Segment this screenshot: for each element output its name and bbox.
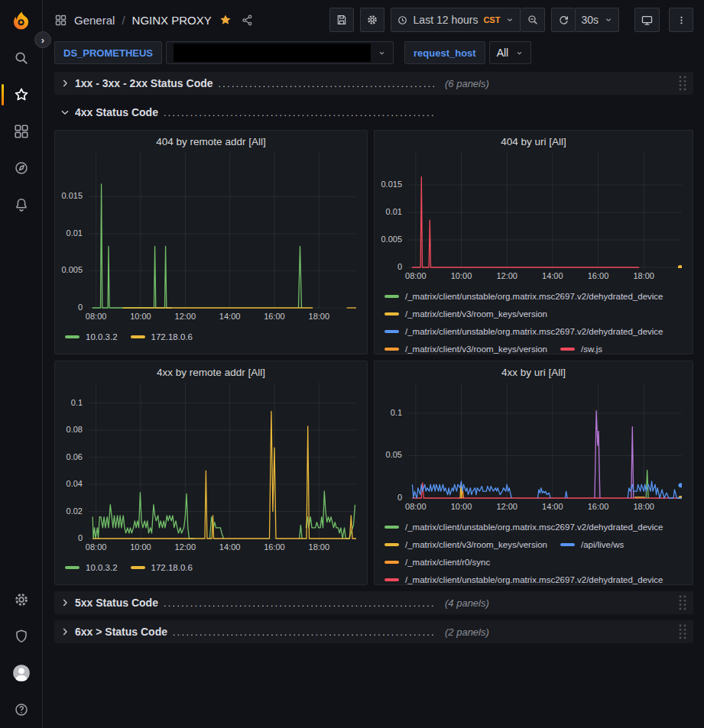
- dashboard-menu-button[interactable]: [669, 8, 693, 32]
- avatar: [11, 663, 31, 683]
- drag-handle-icon[interactable]: [677, 594, 688, 611]
- clock-icon: [397, 15, 408, 26]
- sidebar-item-configuration[interactable]: [0, 581, 43, 618]
- legend-item[interactable]: /_matrix/client/v3/room_keys/version: [384, 305, 547, 322]
- legend-item[interactable]: /_matrix/client/r0/sync: [384, 553, 490, 571]
- x-tick-label: 18:00: [302, 542, 336, 552]
- panel-404-by-uri: 404 by uri [All] 00.0050.010.015 08:0010…: [374, 130, 693, 354]
- panel-4xx-by-uri: 4xx by uri [All] 00.050.1 08:0010:0012:0…: [374, 361, 693, 585]
- star-icon[interactable]: [219, 13, 232, 27]
- variable-value-ds-prometheus[interactable]: [166, 41, 394, 64]
- chart-legend: 10.0.3.2172.18.0.6: [55, 324, 367, 345]
- drag-handle-icon[interactable]: [677, 75, 688, 92]
- variable-label-request-host[interactable]: request_host: [404, 41, 485, 64]
- apps-icon: [13, 123, 30, 140]
- legend-swatch: [131, 335, 145, 338]
- chart-canvas[interactable]: [89, 152, 356, 309]
- legend-item[interactable]: 172.18.0.6: [131, 328, 193, 345]
- dotted-leader: ........................................…: [219, 79, 436, 89]
- variable-label-ds-prometheus[interactable]: DS_PROMETHEUS: [54, 41, 162, 64]
- breadcrumb-section[interactable]: General: [74, 14, 115, 27]
- row-4xx-status-code[interactable]: 4xx Status Code ........................…: [54, 101, 693, 124]
- sidebar-item-dashboards[interactable]: [0, 113, 43, 150]
- legend-item[interactable]: 10.0.3.2: [65, 558, 118, 576]
- page-title[interactable]: NGINX PROXY: [132, 14, 212, 27]
- panel-row-404: 404 by remote addr [All] 00.0050.010.015…: [54, 130, 693, 354]
- variable-value-request-host[interactable]: All: [489, 41, 532, 64]
- sidebar: [0, 0, 43, 728]
- drag-handle-icon[interactable]: [677, 623, 688, 640]
- legend-swatch: [65, 566, 79, 569]
- chart-plot-area[interactable]: [89, 152, 356, 309]
- chart-plot-area[interactable]: [408, 152, 682, 268]
- panel-title[interactable]: 4xx by remote addr [All]: [55, 361, 367, 383]
- sidebar-expand-button[interactable]: ›: [34, 31, 51, 48]
- apps-icon: [54, 14, 67, 27]
- sidebar-item-alerting[interactable]: [0, 186, 43, 223]
- legend-item[interactable]: /sw.js: [560, 340, 602, 354]
- x-tick-label: 16:00: [258, 312, 291, 321]
- x-axis: 08:0010:0012:0014:0016:0018:00: [375, 499, 693, 514]
- chart-canvas[interactable]: [408, 383, 682, 499]
- row-5xx-status-code[interactable]: 5xx Status Code ........................…: [54, 591, 693, 614]
- legend-swatch: [384, 578, 399, 581]
- legend-swatch: [384, 561, 399, 564]
- dotted-leader: ........................................…: [164, 108, 436, 118]
- save-dashboard-button[interactable]: [329, 8, 354, 32]
- variable-ds-prometheus: DS_PROMETHEUS: [54, 41, 394, 64]
- panel-title[interactable]: 4xx by uri [All]: [375, 361, 693, 383]
- row-6xx-status-code[interactable]: 6xx > Status Code ......................…: [54, 620, 693, 643]
- legend-label: 172.18.0.6: [151, 332, 193, 341]
- refresh-button[interactable]: [551, 8, 576, 32]
- chart-plot-area[interactable]: [89, 383, 356, 539]
- zoom-out-icon: [527, 14, 539, 26]
- x-tick-label: 18:00: [627, 271, 660, 280]
- legend-item[interactable]: /_matrix/client/unstable/org.matrix.msc2…: [384, 571, 663, 585]
- chevron-down-icon: [515, 49, 524, 57]
- time-range-label: Last 12 hours: [414, 14, 479, 26]
- x-axis: 08:0010:0012:0014:0016:0018:00: [375, 268, 693, 283]
- refresh-controls: 30s: [551, 8, 619, 32]
- chart-plot-area[interactable]: [408, 383, 682, 499]
- legend-item[interactable]: /_matrix/client/unstable/org.matrix.msc2…: [384, 322, 663, 340]
- sidebar-item-profile[interactable]: [0, 655, 43, 691]
- sidebar-item-help[interactable]: [0, 691, 43, 728]
- chart-canvas[interactable]: [408, 152, 682, 268]
- dashboard-settings-button[interactable]: [360, 8, 384, 32]
- shield-icon: [13, 628, 30, 645]
- star-icon: [13, 86, 30, 103]
- panel-title[interactable]: 404 by remote addr [All]: [55, 131, 367, 152]
- refresh-interval-picker[interactable]: 30s: [576, 8, 619, 32]
- y-tick-label: 0.005: [381, 235, 402, 244]
- breadcrumb-separator: /: [122, 14, 125, 27]
- legend-item[interactable]: /_matrix/client/v3/room_keys/version: [384, 340, 547, 354]
- time-range-picker[interactable]: Last 12 hours CST: [391, 8, 521, 32]
- y-tick-label: 0.01: [386, 207, 402, 216]
- legend-item[interactable]: /_matrix/client/v3/room_keys/version: [384, 535, 547, 553]
- y-tick-label: 0.05: [386, 450, 402, 459]
- y-tick-label: 0.08: [67, 425, 83, 434]
- panel-title[interactable]: 404 by uri [All]: [375, 131, 693, 152]
- kiosk-mode-button[interactable]: [634, 8, 660, 32]
- legend-item[interactable]: /_matrix/client/unstable/org.matrix.msc2…: [384, 518, 663, 535]
- share-icon[interactable]: [241, 14, 254, 27]
- save-icon: [336, 14, 348, 26]
- legend-item[interactable]: 172.18.0.6: [131, 558, 193, 576]
- bell-icon: [13, 196, 30, 213]
- sidebar-item-server-admin[interactable]: [0, 618, 43, 655]
- x-tick-label: 18:00: [627, 502, 660, 511]
- legend-label: /_matrix/client/v3/room_keys/version: [405, 540, 547, 549]
- sidebar-item-explore[interactable]: [0, 150, 43, 186]
- legend-item[interactable]: /api/live/ws: [560, 535, 624, 553]
- legend-label: /_matrix/client/unstable/org.matrix.msc2…: [405, 575, 663, 584]
- row-1xx-3xx-2xx-status-code[interactable]: 1xx - 3xx - 2xx Status Code ............…: [54, 72, 693, 95]
- legend-item[interactable]: /_matrix/client/unstable/org.matrix.msc2…: [384, 287, 663, 305]
- x-tick-label: 14:00: [536, 502, 569, 511]
- zoom-out-button[interactable]: [521, 8, 545, 32]
- chart-canvas[interactable]: [89, 383, 356, 539]
- sidebar-item-starred[interactable]: [0, 76, 43, 113]
- legend-item[interactable]: 10.0.3.2: [65, 328, 118, 345]
- legend-swatch: [131, 566, 145, 569]
- legend-label: /_matrix/client/unstable/org.matrix.msc2…: [405, 292, 663, 301]
- variable-selected-value: All: [497, 47, 509, 59]
